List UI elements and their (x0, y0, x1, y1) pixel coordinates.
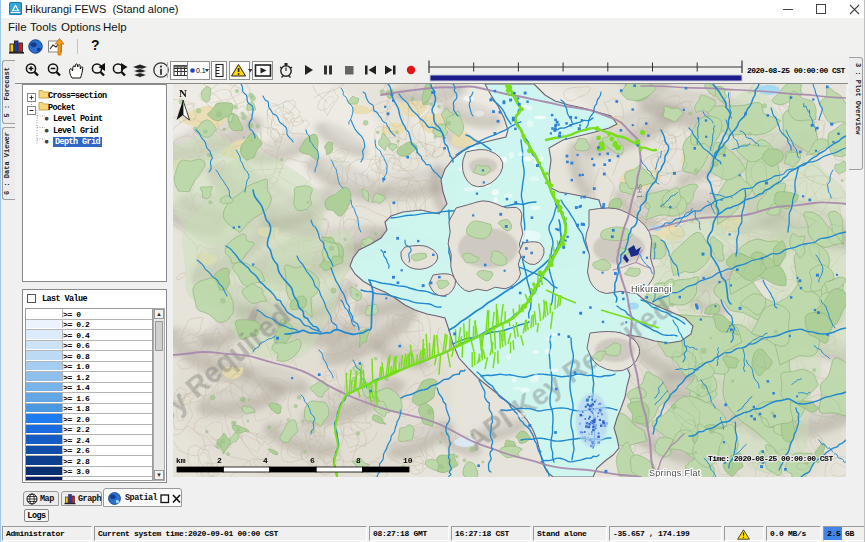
svg-text:km: km (176, 456, 186, 465)
svg-text:6: 6 (310, 456, 315, 465)
svg-text:10: 10 (403, 456, 413, 465)
svg-text:4: 4 (263, 456, 268, 465)
svg-text:Time: 2020-08-25 00:00:00 CST: Time: 2020-08-25 00:00:00 CST (708, 454, 833, 463)
svg-text:Springs Flat: Springs Flat (649, 468, 701, 477)
svg-text:SH 1: SH 1 (636, 184, 644, 199)
svg-text:Hikurangi: Hikurangi (631, 284, 672, 294)
svg-text:2: 2 (217, 456, 222, 465)
svg-text:N: N (179, 87, 187, 99)
svg-text:0.1: 0.1 (196, 67, 206, 74)
svg-text:8: 8 (356, 456, 361, 465)
